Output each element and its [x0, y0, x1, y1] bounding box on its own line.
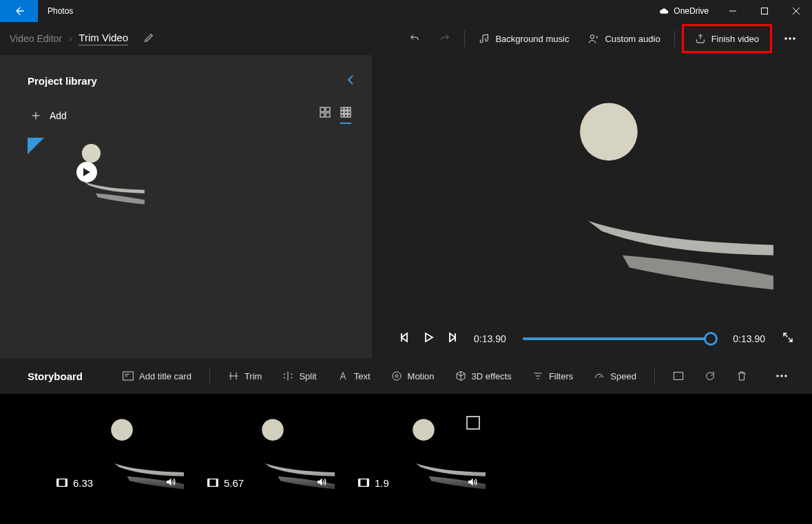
- minimize-button[interactable]: [717, 0, 749, 22]
- filters-label: Filters: [549, 371, 573, 381]
- music-note-icon: [479, 33, 490, 44]
- onedrive-label: OneDrive: [674, 6, 709, 16]
- rotate-button[interactable]: [696, 370, 724, 381]
- storyboard-clip[interactable]: 6.33: [50, 410, 184, 493]
- rotate-icon: [705, 370, 716, 381]
- speaker-icon: [466, 476, 479, 488]
- svg-rect-17: [348, 107, 351, 110]
- storyboard-more-button[interactable]: [768, 370, 795, 381]
- maximize-button[interactable]: [749, 0, 780, 22]
- svg-point-26: [393, 372, 401, 380]
- onedrive-status[interactable]: OneDrive: [658, 6, 717, 16]
- finish-video-label: Finish video: [711, 34, 759, 44]
- trash-icon: [736, 370, 747, 381]
- window-controls: [717, 0, 812, 22]
- motion-button[interactable]: Motion: [383, 370, 443, 381]
- clip-duration: 6.33: [56, 477, 93, 489]
- undo-button[interactable]: [399, 26, 430, 51]
- titlebar: Photos OneDrive: [0, 0, 812, 22]
- svg-rect-12: [326, 107, 330, 112]
- clip-duration-value: 1.9: [375, 477, 389, 489]
- clip-selection-checkbox[interactable]: [466, 416, 480, 430]
- play-overlay-button[interactable]: [76, 162, 97, 182]
- library-clip-thumbnail[interactable]: [28, 138, 146, 207]
- aspect-icon: [673, 370, 684, 381]
- project-library-title: Project library: [28, 75, 97, 87]
- next-frame-button[interactable]: [446, 332, 457, 345]
- redo-icon: [439, 33, 450, 44]
- back-button[interactable]: [0, 0, 38, 22]
- clip-duration-value: 5.67: [224, 477, 244, 489]
- step-forward-icon: [446, 332, 457, 343]
- svg-point-8: [785, 38, 787, 40]
- collapse-panel-button[interactable]: [347, 74, 354, 87]
- export-icon: [695, 33, 706, 44]
- svg-point-30: [785, 375, 787, 377]
- speedometer-icon: [594, 370, 605, 381]
- film-icon: [207, 478, 218, 488]
- 3d-effects-button[interactable]: 3D effects: [447, 370, 520, 381]
- fullscreen-button[interactable]: [782, 331, 794, 346]
- svg-rect-22: [344, 114, 347, 117]
- clip-volume-button[interactable]: [165, 476, 177, 490]
- pencil-icon: [143, 32, 154, 43]
- storyboard-clip[interactable]: 1.9: [351, 410, 486, 493]
- custom-audio-button[interactable]: Custom audio: [579, 26, 669, 51]
- svg-rect-20: [348, 111, 351, 114]
- svg-point-7: [591, 35, 594, 39]
- video-fold-corner-icon: [28, 138, 44, 154]
- text-icon: [337, 370, 348, 381]
- current-time: 0:13.90: [470, 333, 510, 344]
- clip-duration: 5.67: [207, 477, 244, 489]
- finish-video-button[interactable]: Finish video: [685, 28, 769, 50]
- add-title-card-button[interactable]: Add title card: [114, 370, 200, 381]
- split-label: Split: [299, 371, 316, 381]
- seek-bar[interactable]: [523, 337, 717, 340]
- maximize-icon: [761, 8, 768, 14]
- redo-button[interactable]: [430, 26, 460, 51]
- storyboard-toolbar: Storyboard Add title card Trim Split Tex…: [0, 358, 812, 394]
- breadcrumb-root[interactable]: Video Editor: [10, 33, 62, 44]
- split-button[interactable]: Split: [274, 370, 324, 381]
- speaker-icon: [315, 476, 328, 488]
- ellipsis-icon: [784, 37, 795, 40]
- play-button[interactable]: [423, 332, 434, 345]
- fullscreen-icon: [782, 331, 794, 344]
- text-button[interactable]: Text: [329, 370, 379, 381]
- cloud-icon: [658, 8, 669, 14]
- close-icon: [793, 8, 800, 14]
- filters-button[interactable]: Filters: [524, 370, 581, 381]
- storyboard-track[interactable]: 6.33 5.67 1.9: [0, 394, 812, 521]
- svg-rect-23: [348, 114, 351, 117]
- clip-volume-button[interactable]: [315, 476, 328, 490]
- more-options-button[interactable]: [775, 26, 805, 51]
- previous-frame-button[interactable]: [399, 332, 410, 345]
- plus-icon: [30, 110, 41, 121]
- speed-button[interactable]: Speed: [585, 370, 645, 381]
- storybar-separator: [209, 368, 210, 384]
- storyboard-clip[interactable]: 5.67: [200, 410, 335, 493]
- breadcrumb: Video Editor › Trim Video: [7, 32, 154, 45]
- background-music-label: Background music: [495, 34, 569, 44]
- grid-large-view-button[interactable]: [320, 107, 331, 124]
- main-area: Project library Add: [0, 55, 812, 358]
- video-preview[interactable]: [417, 83, 773, 297]
- breadcrumb-current: Trim Video: [79, 32, 128, 45]
- add-media-button[interactable]: Add: [30, 110, 67, 121]
- trim-label: Trim: [244, 371, 262, 381]
- svg-rect-18: [341, 111, 344, 114]
- play-icon: [423, 332, 434, 343]
- background-music-button[interactable]: Background music: [469, 26, 579, 51]
- clip-volume-button[interactable]: [466, 476, 479, 490]
- film-icon: [56, 478, 67, 488]
- resize-button[interactable]: [665, 370, 692, 381]
- beach-preview-image: [417, 83, 773, 297]
- trim-button[interactable]: Trim: [220, 370, 271, 381]
- grid-small-view-button[interactable]: [340, 107, 351, 124]
- split-icon: [282, 370, 293, 381]
- delete-button[interactable]: [728, 370, 756, 381]
- close-button[interactable]: [780, 0, 812, 22]
- top-toolbar: Video Editor › Trim Video Background mus…: [0, 22, 812, 55]
- rename-button[interactable]: [143, 32, 154, 45]
- seek-thumb[interactable]: [704, 332, 718, 346]
